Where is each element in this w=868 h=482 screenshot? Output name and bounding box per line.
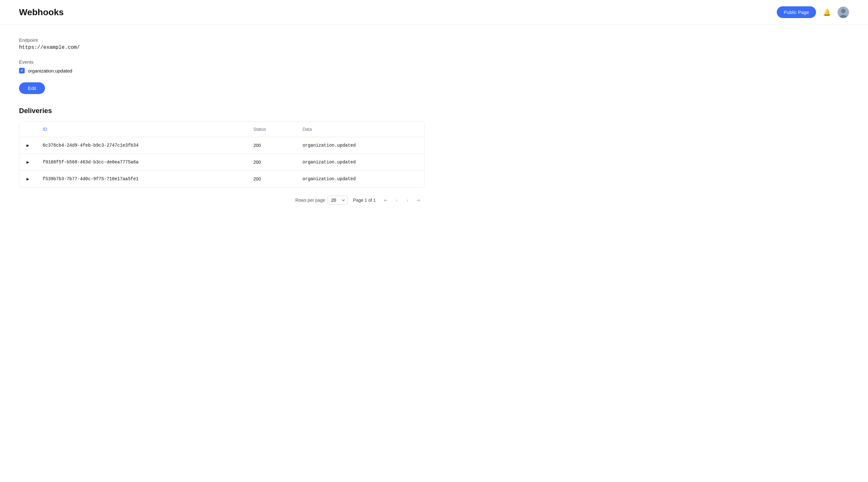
row-id-cell: f9108f5f-b568-463d-b3cc-de0ea7775a6a <box>36 154 247 171</box>
col-data-header: Data <box>296 122 424 137</box>
events-section: Events organization.updated <box>19 59 425 73</box>
endpoint-section: Endpoint https://example.com/ <box>19 37 425 50</box>
deliveries-table-container: ID Status Data ► 6c376cb4-24d9-4feb-b9c3… <box>19 121 425 188</box>
first-page-button[interactable]: ⇤ <box>381 195 391 205</box>
page-info: Page 1 of 1 <box>353 198 376 203</box>
chevron-right-icon[interactable]: ► <box>26 160 30 165</box>
row-expand-cell[interactable]: ► <box>19 137 36 154</box>
event-checkbox[interactable] <box>19 68 25 73</box>
edit-button[interactable]: Edit <box>19 82 45 94</box>
chevron-right-icon[interactable]: ► <box>26 176 30 182</box>
row-expand-cell[interactable]: ► <box>19 171 36 188</box>
row-data-cell: organization.updated <box>296 154 424 171</box>
deliveries-table: ID Status Data ► 6c376cb4-24d9-4feb-b9c3… <box>19 122 424 187</box>
row-status-cell: 200 <box>247 171 296 188</box>
public-page-button[interactable]: Public Page <box>777 6 816 18</box>
chevron-right-icon[interactable]: ► <box>26 143 30 148</box>
table-body: ► 6c376cb4-24d9-4feb-b9c3-2747c1e3fb34 2… <box>19 137 424 188</box>
table-row: ► 6c376cb4-24d9-4feb-b9c3-2747c1e3fb34 2… <box>19 137 424 154</box>
next-page-button[interactable]: › <box>402 195 412 205</box>
header-actions: Public Page 🔔 <box>777 6 849 18</box>
event-item: organization.updated <box>19 68 425 73</box>
row-expand-cell[interactable]: ► <box>19 154 36 171</box>
avatar-image <box>838 7 849 18</box>
bell-icon: 🔔 <box>823 8 831 16</box>
col-expand <box>19 122 36 137</box>
table-row: ► f539b7b3-7b77-4d0c-9f75-710e17aa5fe1 2… <box>19 171 424 188</box>
rows-per-page-section: Rows per page 10 20 50 100 <box>295 196 348 204</box>
main-content: Endpoint https://example.com/ Events org… <box>0 25 443 218</box>
row-data-cell: organization.updated <box>296 137 424 154</box>
col-id-header[interactable]: ID <box>36 122 247 137</box>
endpoint-label: Endpoint <box>19 37 425 43</box>
svg-point-1 <box>841 9 845 13</box>
row-id-cell: 6c376cb4-24d9-4feb-b9c3-2747c1e3fb34 <box>36 137 247 154</box>
events-label: Events <box>19 59 425 65</box>
last-page-button[interactable]: ⇥ <box>413 195 423 205</box>
row-status-cell: 200 <box>247 137 296 154</box>
event-name: organization.updated <box>28 68 72 73</box>
col-status-header: Status <box>247 122 296 137</box>
table-header: ID Status Data <box>19 122 424 137</box>
deliveries-section: Deliveries ID Status Data ► <box>19 107 425 205</box>
avatar[interactable] <box>838 7 849 18</box>
rows-per-page-select[interactable]: 10 20 50 100 <box>328 196 348 204</box>
prev-page-button[interactable]: ‹ <box>392 195 402 205</box>
table-row: ► f9108f5f-b568-463d-b3cc-de0ea7775a6a 2… <box>19 154 424 171</box>
rows-per-page-label: Rows per page <box>295 198 325 203</box>
row-status-cell: 200 <box>247 154 296 171</box>
page-navigation: ⇤ ‹ › ⇥ <box>381 195 423 205</box>
pagination: Rows per page 10 20 50 100 Page 1 of 1 ⇤… <box>19 195 425 205</box>
header: Webhooks Public Page 🔔 <box>0 0 868 25</box>
notification-button[interactable]: 🔔 <box>821 7 833 18</box>
row-id-cell: f539b7b3-7b77-4d0c-9f75-710e17aa5fe1 <box>36 171 247 188</box>
page-title: Webhooks <box>19 7 64 18</box>
deliveries-title: Deliveries <box>19 107 425 115</box>
row-data-cell: organization.updated <box>296 171 424 188</box>
endpoint-value: https://example.com/ <box>19 45 425 50</box>
